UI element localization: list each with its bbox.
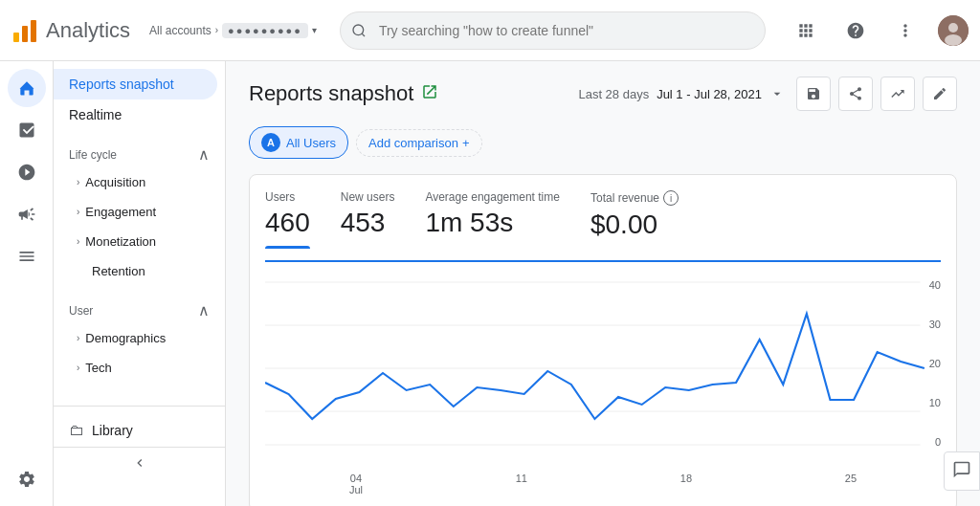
- x-label-25: 25: [845, 473, 857, 495]
- svg-point-5: [948, 23, 958, 33]
- topbar-icons: [789, 13, 969, 48]
- metric-tab-indicator: [265, 246, 310, 249]
- sidebar-item-demographics[interactable]: › Demographics: [54, 323, 225, 353]
- feedback-button[interactable]: [944, 451, 980, 491]
- svg-rect-1: [22, 26, 28, 42]
- sidebar-collapse-button[interactable]: [54, 447, 225, 478]
- explore-icon: [17, 163, 36, 182]
- home-icon: [17, 78, 36, 98]
- user-avatar[interactable]: [938, 15, 969, 46]
- metric-engagement[interactable]: Average engagement time 1m 53s: [425, 190, 560, 260]
- y-label-20: 20: [912, 358, 941, 369]
- metric-new-users-value: 453: [341, 208, 395, 238]
- logo: Analytics: [11, 17, 142, 44]
- sidebar-lifecycle-section: Life cycle ∧: [54, 130, 225, 167]
- sidebar-item-reports-snapshot[interactable]: Reports snapshot: [54, 69, 217, 99]
- all-users-label: All Users: [286, 136, 336, 150]
- search-input[interactable]: [340, 11, 766, 50]
- sidebar-lifecycle-chevron[interactable]: ∧: [198, 145, 210, 164]
- date-range: Jul 1 - Jul 28, 2021: [657, 87, 762, 101]
- add-comparison-plus-icon: +: [462, 136, 470, 150]
- rail-reports-button[interactable]: [8, 111, 46, 149]
- y-axis-labels: 40 30 20 10 0: [912, 277, 941, 450]
- metric-new-users[interactable]: New users 453: [341, 190, 395, 260]
- rail-configure-button[interactable]: [8, 237, 46, 275]
- monetization-label: Monetization: [85, 234, 156, 249]
- sidebar-item-library[interactable]: 🗀 Library: [54, 414, 225, 447]
- sidebar-item-acquisition[interactable]: › Acquisition: [54, 167, 225, 197]
- sidebar-item-tech[interactable]: › Tech: [54, 353, 225, 383]
- app-title: Analytics: [46, 18, 130, 43]
- rail-home-button[interactable]: [8, 69, 46, 107]
- sidebar-user-chevron[interactable]: ∧: [198, 301, 210, 319]
- metric-engagement-value: 1m 53s: [425, 208, 560, 238]
- add-comparison-label: Add comparison: [368, 136, 458, 150]
- svg-point-6: [945, 34, 962, 46]
- rail-advertising-button[interactable]: [8, 195, 46, 233]
- metric-revenue-label: Total revenue i: [590, 190, 679, 206]
- account-dropdown-icon[interactable]: ▾: [312, 25, 317, 35]
- feedback-icon: [952, 460, 971, 479]
- revenue-info-icon[interactable]: i: [663, 190, 679, 206]
- compare-button[interactable]: [880, 77, 915, 111]
- demographics-label: Demographics: [85, 331, 166, 345]
- more-icon: [896, 21, 915, 40]
- page-title-export-icon[interactable]: [421, 83, 438, 105]
- sidebar-user-section: User ∧: [54, 286, 225, 323]
- save-report-button[interactable]: [796, 77, 831, 111]
- sidebar-item-realtime[interactable]: Realtime: [54, 99, 217, 130]
- page-title-row: Reports snapshot: [249, 81, 438, 106]
- main-layout: Reports snapshot Realtime Life cycle ∧ ›…: [0, 61, 980, 506]
- metric-revenue[interactable]: Total revenue i $0.00: [590, 190, 679, 260]
- icon-rail: [0, 61, 54, 506]
- rail-explore-button[interactable]: [8, 153, 46, 191]
- sidebar-item-monetization[interactable]: › Monetization: [54, 227, 225, 256]
- apps-button[interactable]: [789, 13, 823, 48]
- tech-label: Tech: [85, 361, 111, 375]
- rail-settings-button[interactable]: [8, 460, 46, 498]
- sidebar-lifecycle-label: Life cycle: [69, 148, 117, 162]
- apps-icon: [796, 21, 815, 40]
- search-icon: [351, 23, 367, 38]
- x-axis-labels: 04 Jul 11 18 25: [265, 469, 941, 495]
- sidebar-item-engagement[interactable]: › Engagement: [54, 197, 225, 227]
- chart-area: 40 30 20 10 0: [265, 277, 941, 469]
- library-label: Library: [92, 423, 133, 438]
- collapse-icon: [132, 455, 147, 471]
- date-chevron-icon: [769, 86, 785, 101]
- y-label-40: 40: [912, 279, 941, 291]
- more-button[interactable]: [888, 13, 923, 48]
- svg-rect-2: [31, 20, 36, 42]
- main-content: Reports snapshot Last 28 days Jul 1 - Ju…: [226, 61, 980, 506]
- account-path-chevron: ›: [215, 25, 218, 35]
- sidebar-item-reports-snapshot-label: Reports snapshot: [69, 77, 174, 92]
- sidebar-item-retention[interactable]: Retention: [54, 256, 225, 286]
- edit-icon: [932, 86, 947, 101]
- help-button[interactable]: [838, 13, 873, 48]
- monetization-chevron: ›: [77, 236, 79, 247]
- metric-new-users-label: New users: [341, 190, 395, 204]
- help-icon: [846, 21, 865, 40]
- metric-users[interactable]: Users 460: [265, 190, 310, 260]
- acquisition-label: Acquisition: [85, 175, 145, 189]
- all-users-chip[interactable]: A All Users: [249, 126, 348, 159]
- date-selector[interactable]: Last 28 days Jul 1 - Jul 28, 2021: [578, 86, 785, 101]
- share-button[interactable]: [838, 77, 873, 111]
- account-selector[interactable]: All accounts › ●●●●●●●●● ▾: [149, 23, 317, 38]
- metric-users-label: Users: [265, 190, 310, 204]
- svg-rect-0: [13, 33, 19, 42]
- retention-label: Retention: [92, 264, 145, 278]
- tech-chevron: ›: [77, 363, 79, 373]
- metrics-row: Users 460 New users 453 Average engageme…: [265, 190, 941, 262]
- chart-line: [265, 314, 924, 419]
- metrics-card: Users 460 New users 453 Average engageme…: [249, 174, 957, 506]
- y-label-0: 0: [912, 436, 941, 448]
- all-users-dot: A: [261, 133, 280, 152]
- edit-button[interactable]: [923, 77, 957, 111]
- account-name[interactable]: ●●●●●●●●●: [222, 23, 308, 38]
- svg-point-3: [353, 25, 364, 35]
- y-label-30: 30: [912, 319, 941, 330]
- sidebar-item-realtime-label: Realtime: [69, 107, 122, 122]
- demographics-chevron: ›: [77, 333, 79, 343]
- add-comparison-chip[interactable]: Add comparison +: [356, 129, 482, 157]
